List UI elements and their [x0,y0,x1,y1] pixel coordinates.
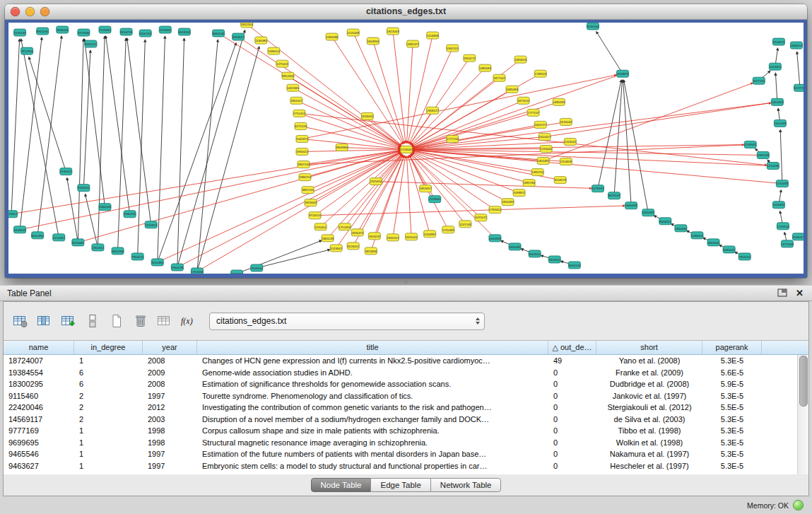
graph-node[interactable]: 1415493 [774,119,787,127]
float-panel-icon[interactable] [777,287,787,300]
column-header-0[interactable]: name [4,341,74,354]
graph-node[interactable]: 9812406 [282,72,295,79]
graph-node[interactable]: 9159578 [554,177,567,184]
graph-node[interactable]: 2867134 [298,161,310,168]
graph-node[interactable]: 1981372 [407,40,420,47]
graph-node[interactable]: 1413451 [769,63,782,70]
graph-node[interactable]: 1906172 [464,54,476,62]
rows-button[interactable] [83,313,102,329]
graph-node[interactable]: 1853494 [365,247,377,255]
graph-node[interactable]: 7519262 [99,26,112,33]
graph-node[interactable]: 1618503 [14,226,27,233]
graph-node[interactable]: 1604727 [534,121,547,128]
graph-node[interactable]: 1752450 [339,223,351,230]
graph-node[interactable]: 1530427 [60,168,73,175]
graph-node[interactable]: 1485083 [479,64,492,71]
graph-node[interactable]: 1610427 [539,133,551,140]
graph-node[interactable]: 1519447 [330,245,343,252]
graph-node[interactable]: 1604928 [489,235,502,242]
graph-node[interactable]: 1986753 [299,174,312,181]
graph-node[interactable]: 8204718 [120,28,133,35]
graph-node[interactable]: 2240080 [255,37,268,44]
graph-node[interactable]: 9350128 [171,264,184,271]
graph-node[interactable]: 1748503 [534,70,547,77]
close-panel-icon[interactable]: ✕ [796,288,804,298]
graph-node[interactable]: 9240561 [78,185,90,192]
graph-node[interactable]: 1410453 [771,98,784,105]
graph-node[interactable]: 9224051 [347,243,360,250]
graph-node[interactable]: 1205491 [772,201,785,209]
graph-node[interactable]: 1210493 [776,180,789,187]
network-selector[interactable]: citations_edges.txt [209,313,485,330]
graph-node[interactable]: 1420945 [287,84,300,91]
graph-node[interactable]: 4275126 [295,122,307,129]
graph-node[interactable]: 1679197 [592,185,604,192]
column-settings-button[interactable] [35,313,54,329]
table-row[interactable]: 946554611997Estimation of the future num… [4,448,808,460]
graph-node[interactable]: 8940216 [124,211,136,218]
graph-node[interactable]: 1216042 [540,145,553,152]
graph-node[interactable]: 1660493 [625,202,638,209]
graph-node[interactable]: 1255493 [442,226,455,233]
graph-node[interactable]: 8510492 [151,259,164,266]
graph-node[interactable]: 1094052 [691,232,704,239]
graph-node[interactable]: 1830022 [296,148,309,156]
table-row[interactable]: 1456911722003Disruption of a novel membe… [4,414,808,426]
graph-node[interactable]: 2520651 [8,211,18,218]
delete-button[interactable] [131,313,150,329]
graph-node[interactable]: 8045120 [568,262,581,269]
graph-node[interactable]: 1777134 [447,135,459,142]
graph-node[interactable]: 1777147 [527,109,540,116]
graph-node[interactable]: 3867120 [302,187,314,194]
graph-node[interactable]: 2116042 [564,138,576,145]
graph-node[interactable]: 9245013 [792,233,804,240]
graph-node[interactable]: 9106743 [139,30,152,37]
column-header-5[interactable]: short [596,341,702,354]
graph-node[interactable]: 2165043 [14,29,27,36]
graph-node[interactable]: 7904215 [131,253,144,260]
graph-node[interactable]: 1559581 [744,141,757,148]
graph-node[interactable]: 9465546 [213,30,225,37]
table-row[interactable]: 911546021997Tourette syndrome. Phenomeno… [4,390,808,402]
graph-node[interactable]: 9031210 [85,40,98,47]
graph-node[interactable]: 1832021 [387,234,399,241]
graph-node[interactable]: 9227741 [753,77,765,84]
graph-node[interactable]: 1750634 [191,268,204,274]
table-settings-button[interactable] [11,313,30,329]
graph-node[interactable]: 1925041 [405,233,418,240]
graph-node[interactable]: 1154409 [560,158,572,165]
graph-node[interactable]: 7205913 [145,221,158,228]
tab-network-table[interactable]: Network Table [430,478,502,492]
graph-node[interactable]: 1664950 [367,37,379,45]
graph-node[interactable]: 1925450 [370,178,382,185]
column-header-2[interactable]: year [143,341,197,354]
graph-node[interactable]: 1793422 [489,206,502,214]
tab-edge-table[interactable]: Edge Table [370,478,430,492]
graph-node[interactable]: 1924501 [548,256,561,263]
graph-node[interactable]: 1677049 [781,240,794,247]
graph-node[interactable]: 9024501 [529,250,541,257]
scrollbar-thumb[interactable] [799,356,808,407]
window-titlebar[interactable]: citations_edges.txt [5,4,807,20]
graph-node[interactable]: 1805493 [502,199,514,206]
graph-node[interactable]: 9105682 [72,239,85,246]
graph-node[interactable]: 7924155 [739,253,751,260]
panel-resize-grip[interactable] [402,280,409,284]
graph-node[interactable]: 1852203 [241,23,254,28]
graph-node[interactable]: 1210594 [767,163,779,170]
network-graph[interactable]: 2165043 8912045 1806034 9219346 7519262 … [8,23,804,274]
graph-node[interactable]: 1960443 [675,225,688,232]
graph-node[interactable]: 1405492 [537,158,550,165]
graph-node[interactable]: 2033052 [361,112,374,119]
graph-node[interactable]: 1877147 [493,74,506,81]
import-table-button[interactable] [59,313,78,329]
graph-node[interactable]: 8130504 [587,23,599,30]
graph-node[interactable]: 1895784 [523,180,536,187]
graph-node[interactable]: 1186014 [268,47,280,54]
graph-node[interactable]: 1207149 [459,221,472,228]
graph-node[interactable]: 9219346 [78,29,90,36]
graph-node[interactable]: 8504921 [659,218,672,225]
graph-node[interactable]: 2212307 [53,234,66,241]
graph-node[interactable]: 9245102 [231,270,244,274]
graph-node[interactable]: 2204987 [424,230,437,238]
